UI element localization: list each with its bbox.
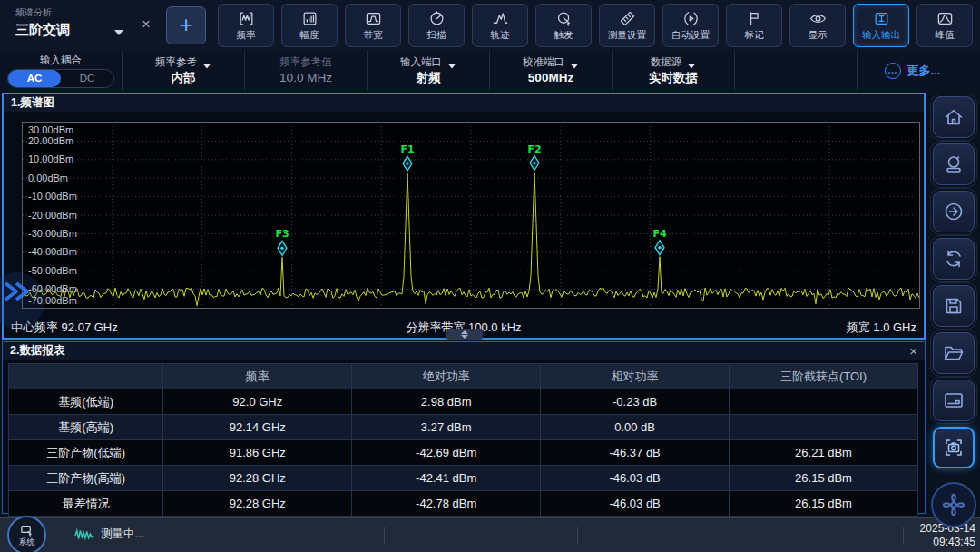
setting-input-coupling[interactable]: 输入耦合ACDC — [0, 51, 122, 91]
reference-level-indicator-icon[interactable] — [2, 280, 34, 303]
setting-freq-reference[interactable]: 频率参考内部 — [122, 51, 245, 91]
toolbar-button-eye[interactable]: 显示 — [789, 4, 846, 47]
marker-F2[interactable]: F2 — [527, 143, 541, 171]
report-row-label: 三阶产物(低端) — [9, 440, 163, 466]
screenshot-button[interactable] — [933, 427, 975, 468]
measurement-name[interactable]: 三阶交调 — [15, 22, 70, 39]
toolbar-button-label: 测量设置 — [608, 29, 646, 42]
statusbar-divider — [191, 527, 191, 544]
pinwheel-menu-button[interactable] — [931, 482, 976, 527]
setting-input-port[interactable]: 输入端口射频 — [368, 51, 490, 91]
spectrum-plot[interactable]: F1F2F3F430.00dBm20.00dBm10.00dBm0.00dBm-… — [22, 122, 920, 309]
toolbar-button-sweep[interactable]: 扫描 — [408, 4, 465, 47]
statusbar-divider — [384, 527, 385, 544]
report-cell: -46.03 dB — [541, 491, 730, 517]
window-splitter-handle[interactable] — [446, 329, 483, 340]
report-cell: -0.23 dB — [541, 389, 730, 415]
ruler-icon — [619, 10, 636, 27]
report-cell — [730, 415, 918, 440]
eye-icon — [809, 10, 827, 27]
toolbar-button-label: 轨迹 — [491, 29, 510, 42]
marker-F3[interactable]: F3 — [275, 228, 289, 255]
toolbar-button-freq[interactable]: 频率 — [218, 4, 274, 47]
toggle-option-ac[interactable]: AC — [8, 70, 61, 87]
refresh-icon — [943, 248, 965, 270]
setting-label: 数据源 — [651, 56, 697, 68]
spectrum-trace-svg: F1F2F3F4 — [23, 123, 919, 308]
report-row[interactable]: 三阶产物(高端)92.28 GHz-42.41 dBm-46.03 dB26.1… — [9, 466, 918, 491]
report-row[interactable]: 三阶产物(低端)91.86 GHz-42.69 dBm-46.37 dB26.2… — [9, 440, 918, 466]
home-button[interactable] — [933, 96, 975, 138]
toolbar-button-label: 输入输出 — [862, 29, 900, 42]
measurement-close-icon[interactable]: × — [136, 15, 156, 34]
open-file-button[interactable] — [933, 332, 975, 374]
bw-icon — [365, 10, 382, 27]
report-row[interactable]: 最差情况92.28 GHz-42.78 dBm-46.03 dB26.15 dB… — [9, 491, 918, 517]
y-axis-tick-label: -40.00dBm — [28, 246, 77, 257]
setting-spare — [735, 51, 858, 91]
more-label: 更多... — [907, 63, 941, 79]
marker-F4[interactable]: F4 — [652, 228, 667, 255]
y-axis-tick-label: 20.00dBm — [28, 135, 74, 146]
dropdown-caret-icon — [571, 64, 578, 69]
report-column-header: 三阶截获点(TOI) — [730, 364, 918, 389]
toolbar-button-trig[interactable]: 触发 — [535, 4, 592, 47]
toolbar-button-label: 显示 — [808, 29, 828, 42]
toolbar-button-label: 幅度 — [300, 29, 319, 42]
marker-F1[interactable]: F1 — [400, 143, 414, 171]
toolbar-button-flag[interactable]: 标记 — [726, 4, 782, 47]
report-row[interactable]: 基频(低端)92.0 GHz2.98 dBm-0.23 dB — [9, 389, 918, 415]
y-axis-tick-label: -60.00dBm — [28, 283, 77, 294]
toolbar-button-io[interactable]: 输入输出 — [853, 4, 909, 47]
redo-button[interactable] — [933, 191, 975, 232]
report-row-label: 最差情况 — [9, 491, 163, 517]
report-window-titlebar: 2.数据报表 × — [3, 342, 925, 360]
report-close-icon[interactable]: × — [909, 344, 917, 359]
preset-button[interactable] — [933, 143, 975, 185]
report-cell: 92.0 GHz — [163, 389, 352, 415]
span-readout[interactable]: 频宽 1.0 GHz — [847, 320, 916, 336]
setting-label: 输入耦合 — [40, 54, 82, 66]
toolbar-button-trace[interactable]: 轨迹 — [472, 4, 528, 47]
spectrum-window-title: 1.频谱图 — [11, 95, 54, 111]
system-button[interactable]: 系统 — [7, 516, 46, 552]
report-table: 频率绝对功率相对功率三阶截获点(TOI) 基频(低端)92.0 GHz2.98 … — [8, 363, 918, 517]
report-cell: 26.15 dBm — [730, 466, 918, 491]
setting-label: 校准端口 — [523, 56, 579, 68]
report-cell: -42.78 dBm — [352, 491, 541, 517]
setting-data-source[interactable]: 数据源实时数据 — [612, 51, 735, 91]
time-text: 09:43:45 — [920, 536, 975, 549]
refresh-button[interactable] — [933, 238, 975, 280]
statusbar-divider — [903, 527, 904, 544]
setting-more[interactable]: …更多... — [858, 51, 980, 91]
dropdown-caret-icon — [203, 64, 211, 69]
marker-dot-icon — [406, 163, 408, 165]
toggle-option-dc[interactable]: DC — [61, 70, 113, 87]
marker-label: F3 — [275, 228, 289, 240]
measuring-wave-icon — [74, 528, 94, 541]
amp-icon — [301, 10, 318, 27]
report-column-header: 绝对功率 — [352, 364, 541, 389]
peak-icon — [936, 10, 954, 27]
save-button[interactable] — [933, 285, 975, 327]
toolbar-button-bw[interactable]: 带宽 — [345, 4, 401, 47]
add-measurement-button[interactable]: + — [166, 6, 206, 44]
toolbar-button-ruler[interactable]: 测量设置 — [599, 4, 655, 47]
toolbar-button-label: 频率 — [237, 29, 256, 42]
toolbar-button-amp[interactable]: 幅度 — [281, 4, 338, 47]
report-cell: 92.28 GHz — [163, 466, 352, 491]
report-row[interactable]: 基频(高端)92.14 GHz3.27 dBm0.00 dB — [9, 415, 918, 440]
setting-label: 频率参考 — [155, 56, 211, 68]
measurement-dropdown-caret-icon[interactable] — [114, 30, 123, 35]
toolbar-button-peak[interactable]: 峰值 — [916, 4, 973, 47]
y-axis-tick-label: -70.00dBm — [28, 295, 77, 306]
preset-icon — [943, 153, 965, 175]
report-cell: 26.15 dBm — [730, 491, 918, 517]
toolbar-button-label: 触发 — [554, 29, 573, 42]
setting-value: 500MHz — [528, 70, 573, 85]
setting-cal-port[interactable]: 校准端口500MHz — [490, 51, 612, 91]
toolbar-button-auto[interactable]: 自动设置 — [662, 4, 719, 47]
more-ellipsis-icon: … — [885, 63, 901, 79]
window-layout-button[interactable] — [933, 380, 975, 421]
report-cell: 0.00 dB — [541, 415, 730, 440]
